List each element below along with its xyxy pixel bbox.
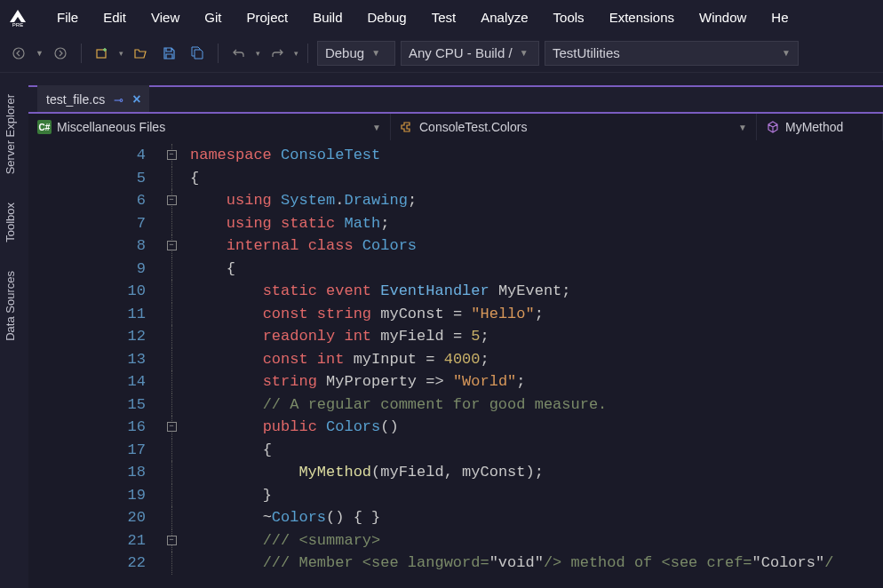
nav-back-icon[interactable]: [7, 42, 30, 65]
svg-point-2: [55, 48, 66, 59]
code-line[interactable]: {: [190, 439, 883, 462]
fold-toggle[interactable]: −: [167, 422, 177, 432]
fold-row: [153, 484, 190, 507]
side-tab-server-explorer[interactable]: Server Explorer: [0, 85, 25, 183]
menu-build[interactable]: Build: [300, 6, 354, 28]
menu-analyze[interactable]: Analyze: [468, 6, 540, 28]
app-logo: PRE: [5, 4, 30, 29]
line-number: 8: [28, 234, 153, 258]
code-line[interactable]: // A regular comment for good measure.: [190, 393, 883, 417]
menu-project[interactable]: Project: [234, 6, 300, 28]
menu-git[interactable]: Git: [192, 6, 234, 28]
fold-toggle[interactable]: −: [167, 241, 177, 250]
fold-toggle[interactable]: −: [167, 536, 177, 545]
code-line[interactable]: using static Math;: [190, 212, 883, 235]
save-icon[interactable]: [157, 42, 180, 65]
menu-tools[interactable]: Tools: [541, 6, 597, 28]
fold-row: [153, 552, 190, 575]
fold-row: [153, 212, 190, 235]
code-line[interactable]: string MyProperty => "World";: [190, 370, 883, 393]
platform-dropdown[interactable]: Any CPU - Build / ▼: [401, 41, 539, 66]
code-line[interactable]: }: [190, 484, 883, 507]
line-number: 17: [28, 439, 153, 462]
code-line[interactable]: MyMethod(myField, myConst);: [190, 461, 883, 484]
fold-row: [153, 393, 190, 417]
class-dropdown[interactable]: ConsoleTest.Colors ▼: [391, 114, 757, 140]
code-line[interactable]: {: [190, 167, 883, 190]
close-icon[interactable]: ×: [132, 91, 140, 107]
line-number: 16: [28, 416, 153, 439]
scope-label: Miscellaneous Files: [57, 120, 165, 134]
line-number: 21: [28, 529, 153, 552]
code-line[interactable]: const int myInput = 4000;: [190, 348, 883, 371]
fold-row: [153, 258, 190, 281]
line-number: 6: [28, 189, 153, 212]
menu-edit[interactable]: Edit: [91, 6, 139, 28]
menubar: PRE FileEditViewGitProjectBuildDebugTest…: [0, 0, 883, 34]
code-line[interactable]: {: [190, 258, 883, 281]
menu-window[interactable]: Window: [687, 6, 759, 28]
code-line[interactable]: /// Member <see langword="void"/> method…: [190, 552, 883, 575]
editor-area: test_file.cs ⊸ × C# Miscellaneous Files …: [28, 85, 883, 588]
fold-toggle[interactable]: −: [167, 150, 177, 160]
line-number: 7: [28, 212, 153, 235]
code-line[interactable]: public Colors(): [190, 416, 883, 439]
menu-extensions[interactable]: Extensions: [597, 6, 687, 28]
code-content[interactable]: namespace ConsoleTest{ using System.Draw…: [190, 140, 883, 588]
fold-row: [153, 167, 190, 190]
save-all-icon[interactable]: [186, 42, 209, 65]
menu-test[interactable]: Test: [419, 6, 469, 28]
chevron-down-icon: ▼: [738, 123, 747, 132]
member-dropdown[interactable]: MyMethod: [757, 114, 883, 140]
fold-row: [153, 506, 190, 529]
fold-row: [153, 348, 190, 371]
side-tab-toolbox[interactable]: Toolbox: [0, 194, 25, 251]
line-number: 11: [28, 303, 153, 326]
chevron-down-icon: ▼: [520, 48, 529, 58]
line-number: 10: [28, 280, 153, 303]
fold-row: −: [153, 189, 190, 212]
code-editor[interactable]: 45678910111213141516171819202122 −−−−− n…: [28, 140, 883, 588]
code-line[interactable]: static event EventHandler MyEvent;: [190, 280, 883, 303]
redo-icon[interactable]: [266, 42, 289, 65]
fold-row: −: [153, 416, 190, 439]
line-number: 12: [28, 325, 153, 348]
fold-row: [153, 439, 190, 462]
line-number: 22: [28, 552, 153, 575]
code-line[interactable]: using System.Drawing;: [190, 189, 883, 212]
code-line[interactable]: const string myConst = "Hello";: [190, 303, 883, 326]
startup-dropdown[interactable]: TestUtilities ▼: [545, 41, 799, 66]
code-line[interactable]: internal class Colors: [190, 234, 883, 258]
fold-column: −−−−−: [153, 140, 190, 588]
csharp-icon: C#: [37, 120, 52, 134]
line-number: 15: [28, 393, 153, 417]
menu-he[interactable]: He: [759, 6, 800, 28]
new-project-icon[interactable]: [91, 42, 114, 65]
member-label: MyMethod: [785, 120, 843, 134]
svg-text:PRE: PRE: [12, 22, 23, 28]
code-line[interactable]: readonly int myField = 5;: [190, 325, 883, 348]
code-line[interactable]: /// <summary>: [190, 529, 883, 552]
method-icon: [766, 120, 780, 134]
fold-row: [153, 461, 190, 484]
scope-dropdown[interactable]: C# Miscellaneous Files ▼: [28, 114, 391, 140]
undo-icon[interactable]: [227, 42, 251, 65]
line-number: 14: [28, 370, 153, 393]
side-tab-data-sources[interactable]: Data Sources: [0, 262, 25, 350]
nav-forward-icon[interactable]: [49, 42, 72, 65]
pin-icon[interactable]: ⊸: [114, 93, 123, 107]
open-icon[interactable]: [129, 42, 152, 65]
file-tab-bar: test_file.cs ⊸ ×: [28, 85, 883, 112]
code-line[interactable]: namespace ConsoleTest: [190, 144, 883, 167]
file-tab[interactable]: test_file.cs ⊸ ×: [37, 85, 149, 112]
fold-toggle[interactable]: −: [167, 195, 177, 205]
config-dropdown[interactable]: Debug ▼: [317, 41, 395, 66]
menu-file[interactable]: File: [44, 6, 91, 28]
fold-row: [153, 370, 190, 393]
side-tabs: Server ExplorerToolboxData Sources: [0, 85, 25, 350]
menu-view[interactable]: View: [139, 6, 192, 28]
menu-debug[interactable]: Debug: [355, 6, 419, 28]
code-line[interactable]: ~Colors() { }: [190, 506, 883, 529]
fold-row: −: [153, 234, 190, 258]
line-number: 5: [28, 167, 153, 190]
